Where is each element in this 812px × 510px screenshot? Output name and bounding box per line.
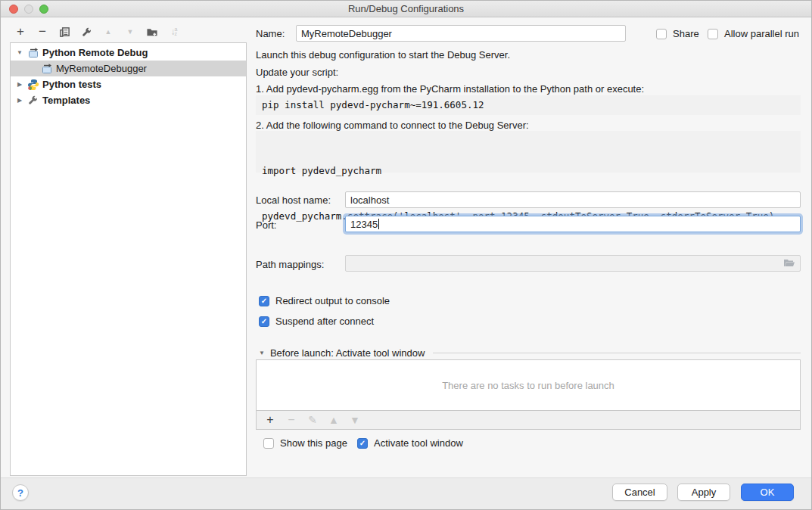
traffic-lights bbox=[9, 5, 48, 14]
tree-item-label: Python tests bbox=[42, 79, 101, 90]
sort-letter-z: z bbox=[175, 32, 178, 36]
allow-parallel-run-checkbox-row[interactable]: Allow parallel run bbox=[708, 28, 799, 39]
tree-item-templates[interactable]: ▶ Templates bbox=[11, 92, 246, 108]
suspend-after-connect-checkbox[interactable]: ✓ bbox=[259, 316, 269, 327]
suspend-after-connect-row[interactable]: ✓ Suspend after connect bbox=[259, 316, 374, 327]
section-rule bbox=[433, 353, 801, 353]
tree-item-label: Templates bbox=[42, 95, 90, 106]
intro-text: Launch this debug configuration to start… bbox=[256, 49, 510, 61]
tree-item-python-remote-debug[interactable]: ▼ Python Remote Debug bbox=[11, 45, 246, 61]
collapse-arrow-icon[interactable]: ▼ bbox=[259, 350, 265, 356]
update-script-text: Update your script: bbox=[256, 67, 338, 78]
step1-text: 1. Add pydevd-pycharm.egg from the PyCha… bbox=[256, 83, 644, 95]
port-value: 12345 bbox=[350, 219, 378, 230]
add-task-icon[interactable]: + bbox=[264, 414, 276, 426]
path-mappings-input[interactable] bbox=[345, 255, 801, 272]
help-button[interactable]: ? bbox=[12, 484, 29, 501]
name-input[interactable]: MyRemoteDebugger bbox=[296, 25, 626, 42]
sort-configurations-icon: ↓ a z bbox=[168, 26, 180, 38]
ok-button[interactable]: OK bbox=[741, 484, 794, 501]
tree-item-myremotedebugger[interactable]: MyRemoteDebugger bbox=[11, 61, 246, 76]
settrace-code: import pydevd_pycharm pydevd_pycharm.set… bbox=[256, 131, 801, 173]
local-host-name-input[interactable]: localhost bbox=[345, 191, 801, 208]
move-down-icon: ▼ bbox=[124, 26, 136, 38]
edit-defaults-wrench-icon[interactable] bbox=[80, 26, 92, 38]
before-launch-toolbar: + − ✎ ▲ ▼ bbox=[256, 411, 801, 430]
path-mappings-label: Path mappings: bbox=[256, 259, 324, 270]
move-task-down-icon: ▼ bbox=[349, 414, 361, 426]
window-title: Run/Debug Configurations bbox=[348, 3, 464, 14]
step2-text: 2. Add the following command to connect … bbox=[256, 120, 529, 131]
zoom-window-button[interactable] bbox=[39, 5, 48, 14]
open-folder-icon[interactable] bbox=[783, 258, 795, 269]
show-this-page-checkbox[interactable] bbox=[263, 438, 274, 449]
settrace-code-line1: import pydevd_pycharm bbox=[262, 163, 795, 179]
expand-arrow-icon[interactable]: ▶ bbox=[15, 81, 24, 88]
show-this-page-label: Show this page bbox=[280, 437, 347, 449]
before-launch-section-header[interactable]: ▼ Before launch: Activate tool window bbox=[259, 347, 801, 359]
expand-arrow-icon[interactable]: ▶ bbox=[15, 97, 24, 104]
copy-configuration-icon[interactable] bbox=[58, 26, 70, 38]
activate-tool-window-checkbox[interactable]: ✓ bbox=[357, 438, 368, 449]
tree-item-label: MyRemoteDebugger bbox=[56, 63, 147, 74]
activate-tool-window-label: Activate tool window bbox=[374, 437, 463, 449]
configurations-toolbar: + − ▲ ▼ ↓ a z bbox=[14, 24, 180, 39]
name-input-value: MyRemoteDebugger bbox=[301, 28, 392, 39]
port-input[interactable]: 12345 bbox=[345, 216, 801, 232]
tree-item-label: Python Remote Debug bbox=[42, 47, 148, 58]
redirect-output-label: Redirect output to console bbox=[275, 295, 390, 306]
close-window-button[interactable] bbox=[9, 5, 18, 14]
add-configuration-icon[interactable]: + bbox=[14, 26, 26, 38]
allow-parallel-run-checkbox[interactable] bbox=[708, 29, 718, 39]
minimize-window-button bbox=[24, 5, 33, 14]
share-label: Share bbox=[673, 28, 699, 39]
suspend-after-connect-label: Suspend after connect bbox=[275, 316, 374, 327]
show-this-page-row[interactable]: Show this page bbox=[263, 437, 347, 449]
title-bar: Run/Debug Configurations bbox=[1, 1, 811, 17]
name-label: Name: bbox=[256, 28, 285, 39]
run-configuration-icon bbox=[41, 63, 53, 75]
before-launch-task-list[interactable]: There are no tasks to run before launch bbox=[256, 359, 801, 411]
run-debug-configurations-dialog: Run/Debug Configurations + − ▲ ▼ ↓ a z ▼ bbox=[0, 0, 812, 510]
python-tests-icon bbox=[27, 79, 39, 91]
move-up-icon: ▲ bbox=[102, 26, 114, 38]
remove-configuration-icon[interactable]: − bbox=[36, 26, 48, 38]
redirect-output-row[interactable]: ✓ Redirect output to console bbox=[259, 295, 390, 306]
collapse-arrow-icon[interactable]: ▼ bbox=[15, 49, 24, 56]
cancel-button[interactable]: Cancel bbox=[612, 484, 667, 501]
new-folder-icon[interactable] bbox=[146, 26, 158, 38]
before-launch-title: Before launch: Activate tool window bbox=[270, 347, 425, 359]
configurations-tree: ▼ Python Remote Debug MyRemoteDebugger ▶… bbox=[10, 42, 247, 476]
remove-task-icon: − bbox=[285, 414, 297, 426]
empty-tasks-message: There are no tasks to run before launch bbox=[442, 380, 614, 391]
pip-install-code: pip install pydevd-pycharm~=191.6605.12 bbox=[256, 95, 801, 115]
redirect-output-checkbox[interactable]: ✓ bbox=[259, 296, 269, 306]
footer-bar: ? Cancel Apply OK bbox=[1, 477, 811, 509]
local-host-name-value: localhost bbox=[350, 194, 389, 206]
local-host-name-label: Local host name: bbox=[256, 194, 331, 206]
port-label: Port: bbox=[256, 219, 276, 231]
share-checkbox-row[interactable]: Share bbox=[656, 28, 699, 39]
activate-tool-window-row[interactable]: ✓ Activate tool window bbox=[357, 437, 463, 449]
apply-button[interactable]: Apply bbox=[677, 484, 730, 501]
edit-task-pencil-icon: ✎ bbox=[306, 414, 319, 426]
text-caret bbox=[378, 219, 379, 229]
tree-item-python-tests[interactable]: ▶ Python tests bbox=[11, 76, 246, 92]
allow-parallel-run-label: Allow parallel run bbox=[724, 28, 799, 39]
share-checkbox[interactable] bbox=[656, 29, 667, 39]
templates-wrench-icon bbox=[27, 95, 39, 107]
move-task-up-icon: ▲ bbox=[328, 414, 340, 426]
run-configuration-icon bbox=[27, 47, 39, 59]
